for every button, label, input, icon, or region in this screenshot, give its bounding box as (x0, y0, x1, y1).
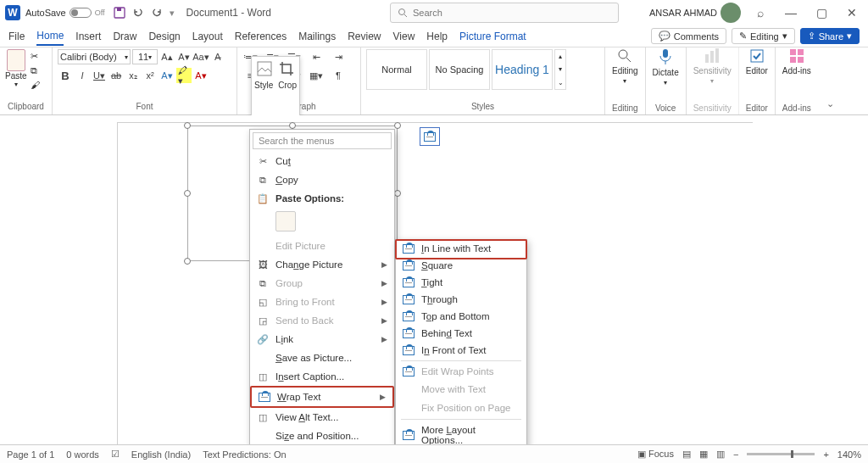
wrap-top-bottom[interactable]: Top and Bottom (396, 308, 526, 325)
autosave-toggle[interactable] (70, 8, 92, 18)
copy-icon[interactable]: ⧉ (31, 65, 40, 76)
paste-button[interactable]: Paste ▾ (5, 49, 27, 90)
redo-icon[interactable] (151, 7, 163, 19)
close-icon[interactable]: ✕ (841, 6, 863, 20)
font-name-select[interactable]: Calibri (Body)▾ (58, 49, 131, 64)
editing-mode-button[interactable]: ✎ Editing ▾ (732, 28, 795, 44)
ctx-cut[interactable]: ✂Cut (250, 152, 394, 170)
undo-icon[interactable] (132, 7, 144, 19)
zoom-level[interactable]: 140% (837, 449, 861, 460)
autosave[interactable]: AutoSave Off (25, 8, 105, 18)
dictate-button[interactable]: Dictate▾ Voice (646, 47, 687, 114)
sensitivity-button[interactable]: Sensitivity▾ Sensitivity (687, 47, 739, 114)
menu-search[interactable]: Search the menus (253, 132, 392, 149)
minimize-icon[interactable]: — (780, 6, 802, 20)
tab-layout[interactable]: Layout (192, 28, 223, 45)
cut-icon[interactable]: ✂ (31, 51, 40, 62)
qat-customize-icon[interactable]: ▾ (170, 8, 175, 19)
save-icon[interactable] (114, 7, 125, 19)
superscript-button[interactable]: x² (142, 68, 158, 83)
decrease-font-icon[interactable]: A▾ (176, 49, 192, 64)
ribbon-display-icon[interactable]: ⌕ (749, 6, 771, 20)
editing-button[interactable]: Editing▾ Editing (605, 47, 646, 114)
paste-option-keep[interactable] (275, 211, 296, 232)
font-color-icon[interactable]: A▾ (193, 68, 209, 83)
tab-references[interactable]: References (235, 28, 287, 45)
tab-draw[interactable]: Draw (113, 28, 136, 45)
collapse-ribbon-icon[interactable]: ⌄ (818, 47, 843, 114)
comments-button[interactable]: 💬 Comments (651, 28, 726, 44)
ctx-insert-caption[interactable]: ◫Insert Caption... (250, 367, 394, 386)
ctx-change-picture[interactable]: 🖼Change Picture▶ (250, 255, 394, 274)
show-marks-icon[interactable]: ¶ (331, 68, 346, 83)
resize-handle[interactable] (289, 122, 296, 129)
italic-button[interactable]: I (75, 68, 90, 83)
resize-handle[interactable] (394, 122, 401, 129)
ctx-wrap-text[interactable]: Wrap Text▶ (250, 386, 394, 408)
ctx-size-position[interactable]: Size and Position... (250, 427, 394, 445)
tab-view[interactable]: View (393, 28, 415, 45)
wrap-inline[interactable]: In Line with Text (396, 240, 526, 257)
tab-design[interactable]: Design (148, 28, 180, 45)
restore-icon[interactable]: ▢ (810, 6, 832, 20)
ctx-save-as-picture[interactable]: Save as Picture... (250, 349, 394, 367)
highlight-icon[interactable]: 🖍▾ (176, 68, 192, 83)
underline-button[interactable]: U▾ (92, 68, 107, 83)
wrap-through[interactable]: Through (396, 291, 526, 308)
borders-icon[interactable]: ▦▾ (309, 68, 324, 83)
search-box[interactable]: Search (390, 3, 619, 23)
zoom-out-icon[interactable]: − (733, 449, 738, 460)
change-case-icon[interactable]: Aa▾ (193, 49, 209, 64)
strike-button[interactable]: ab (108, 68, 124, 83)
wrap-tight[interactable]: Tight (396, 274, 526, 291)
word-count[interactable]: 0 words (66, 449, 99, 460)
account[interactable]: ANSAR AHMAD (649, 3, 741, 23)
layout-options-button[interactable] (420, 127, 440, 146)
tab-mailings[interactable]: Mailings (298, 28, 336, 45)
zoom-slider[interactable] (747, 453, 815, 455)
wrap-front[interactable]: In Front of Text (396, 342, 526, 359)
wrap-square[interactable]: Square (396, 257, 526, 274)
subscript-button[interactable]: x₂ (125, 68, 141, 83)
resize-handle[interactable] (184, 190, 191, 197)
styles-scroll[interactable]: ▴▾⌄ (554, 49, 566, 90)
language[interactable]: English (India) (131, 449, 191, 460)
clear-format-icon[interactable]: A̶ (210, 49, 225, 64)
resize-handle[interactable] (184, 122, 191, 129)
tab-review[interactable]: Review (348, 28, 381, 45)
ctx-copy[interactable]: ⧉Copy (250, 170, 394, 189)
font-size-select[interactable]: 11▾ (132, 49, 158, 64)
spell-check-icon[interactable]: ☑ (111, 449, 120, 460)
style-no-spacing[interactable]: No Spacing (429, 49, 490, 90)
zoom-in-icon[interactable]: + (823, 449, 828, 460)
view-print-icon[interactable]: ▦ (699, 449, 708, 460)
format-painter-icon[interactable]: 🖌 (31, 80, 40, 90)
bold-button[interactable]: B (58, 68, 73, 83)
view-web-icon[interactable]: ▥ (716, 449, 725, 460)
page-count[interactable]: Page 1 of 1 (7, 449, 54, 460)
picture-style-icon[interactable] (256, 60, 273, 79)
ctx-link[interactable]: 🔗Link▶ (250, 330, 394, 349)
text-effects-icon[interactable]: A▾ (159, 68, 175, 83)
wrap-behind[interactable]: Behind Text (396, 325, 526, 342)
tab-help[interactable]: Help (426, 28, 448, 45)
ctx-view-alt-text[interactable]: ◫View Alt Text... (250, 408, 394, 427)
resize-handle[interactable] (184, 258, 191, 265)
style-normal[interactable]: Normal (366, 49, 427, 90)
share-button[interactable]: ⇪ Share ▾ (800, 28, 860, 44)
editor-button[interactable]: Editor Editor (739, 47, 776, 114)
crop-icon[interactable] (278, 60, 295, 79)
tab-insert[interactable]: Insert (75, 28, 101, 45)
resize-handle[interactable] (394, 190, 401, 197)
tab-picture-format[interactable]: Picture Format (459, 28, 526, 45)
increase-font-icon[interactable]: A▴ (159, 49, 175, 64)
style-heading1[interactable]: Heading 1 (492, 49, 553, 90)
tab-file[interactable]: File (8, 28, 25, 45)
inc-indent-icon[interactable]: ⇥ (331, 49, 346, 64)
dec-indent-icon[interactable]: ⇤ (309, 49, 324, 64)
view-read-icon[interactable]: ▤ (682, 449, 691, 460)
focus-mode[interactable]: ▣ Focus (637, 449, 674, 460)
addins-button[interactable]: Add-ins Add-ins (776, 47, 818, 114)
text-predictions[interactable]: Text Predictions: On (203, 449, 286, 460)
tab-home[interactable]: Home (36, 27, 64, 46)
